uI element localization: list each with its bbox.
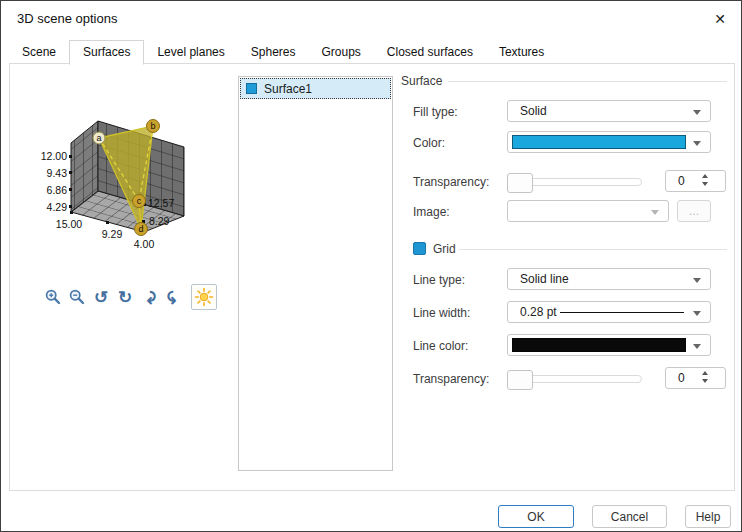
zoom-in-icon[interactable] xyxy=(43,286,63,308)
x-axis-label: 15.00 xyxy=(56,218,82,230)
ok-button[interactable]: OK xyxy=(498,505,574,528)
chevron-down-icon xyxy=(651,210,659,215)
tab-spheres[interactable]: Spheres xyxy=(238,41,309,63)
slider-handle[interactable] xyxy=(507,173,533,193)
surface-color-swatch xyxy=(512,135,686,149)
transparency-label: Transparency: xyxy=(413,175,489,189)
point-label-c: c xyxy=(137,196,142,206)
tab-level-planes[interactable]: Level planes xyxy=(144,41,237,63)
line-width-combobox[interactable]: 0.28 pt xyxy=(507,301,711,323)
point-label-b: b xyxy=(150,121,155,131)
spin-up-icon[interactable] xyxy=(702,174,708,178)
line-width-preview xyxy=(560,312,684,313)
rotate-forward-icon[interactable]: ↷ xyxy=(139,286,159,308)
line-color-label: Line color: xyxy=(413,339,468,353)
list-item-surface1[interactable]: Surface1 xyxy=(240,78,391,99)
point-label-a: a xyxy=(96,133,101,143)
fill-type-label: Fill type: xyxy=(413,105,458,119)
title-bar: 3D scene options ✕ xyxy=(1,1,741,39)
surface-group-title: Surface xyxy=(401,74,442,88)
grid-checkbox[interactable] xyxy=(413,242,426,255)
color-label: Color: xyxy=(413,136,445,150)
chevron-down-icon xyxy=(693,110,701,115)
chevron-down-icon xyxy=(693,141,701,146)
grid-transparency-slider xyxy=(507,370,667,390)
z-axis-label: 4.29 xyxy=(47,201,68,213)
surface-group-divider xyxy=(448,81,727,82)
tab-scene[interactable]: Scene xyxy=(9,41,69,63)
3d-preview[interactable]: 12.00 9.43 6.86 4.29 15.00 9.29 4.00 12.… xyxy=(29,99,234,267)
tab-closed-surfaces[interactable]: Closed surfaces xyxy=(374,41,486,63)
image-browse-button[interactable]: ... xyxy=(677,200,711,222)
image-label: Image: xyxy=(413,205,450,219)
zoom-out-icon[interactable] xyxy=(67,286,87,308)
y-axis-label: 12.57 xyxy=(148,197,174,209)
y-axis-label: 8.29 xyxy=(149,215,170,227)
line-width-label: Line width: xyxy=(413,306,470,320)
tab-surfaces[interactable]: Surfaces xyxy=(69,40,144,65)
chevron-down-icon xyxy=(693,311,701,316)
rotate-left-icon[interactable]: ↺ xyxy=(91,286,111,308)
surface-transparency-slider xyxy=(507,173,667,193)
slider-handle[interactable] xyxy=(507,370,533,390)
grid-transparency-spinbox[interactable]: 0 xyxy=(665,367,726,389)
color-combobox[interactable] xyxy=(507,131,711,153)
x-axis-label: 9.29 xyxy=(102,228,123,240)
line-type-label: Line type: xyxy=(413,273,465,287)
point-label-d: d xyxy=(138,224,143,234)
line-color-combobox[interactable] xyxy=(507,334,711,356)
image-combobox[interactable] xyxy=(507,200,669,222)
list-item-label: Surface1 xyxy=(257,82,312,96)
z-axis-label: 9.43 xyxy=(47,167,68,179)
tab-textures[interactable]: Textures xyxy=(486,41,557,63)
z-axis-label: 6.86 xyxy=(47,184,68,196)
cancel-button[interactable]: Cancel xyxy=(592,505,667,528)
fill-type-combobox[interactable]: Solid xyxy=(507,100,711,122)
grid-transparency-label: Transparency: xyxy=(413,372,489,386)
rotate-back-icon[interactable]: ↶ xyxy=(163,286,183,308)
spin-down-icon[interactable] xyxy=(702,379,708,383)
chevron-down-icon xyxy=(693,278,701,283)
dialog-title: 3D scene options xyxy=(17,11,117,26)
z-axis-label: 12.00 xyxy=(41,150,67,162)
x-axis-label: 4.00 xyxy=(134,238,155,250)
line-type-combobox[interactable]: Solid line xyxy=(507,268,711,290)
tab-groups[interactable]: Groups xyxy=(308,41,373,63)
rotate-right-icon[interactable]: ↻ xyxy=(115,286,135,308)
spin-up-icon[interactable] xyxy=(702,371,708,375)
preview-toolbar: ↺ ↻ ↷ ↶ xyxy=(43,284,217,310)
grid-group-title: Grid xyxy=(433,242,456,256)
spin-down-icon[interactable] xyxy=(702,182,708,186)
tab-bar: Scene Surfaces Level planes Spheres Grou… xyxy=(9,41,557,64)
grid-group-divider xyxy=(459,249,727,250)
light-toggle-button[interactable] xyxy=(191,284,217,310)
surface-color-square xyxy=(246,83,257,94)
close-icon[interactable]: ✕ xyxy=(709,9,731,29)
dialog-3d-scene-options: 3D scene options ✕ Scene Surfaces Level … xyxy=(0,0,742,532)
line-color-swatch xyxy=(512,338,686,352)
help-button[interactable]: Help xyxy=(685,505,731,528)
chevron-down-icon xyxy=(693,344,701,349)
sun-icon xyxy=(194,287,214,307)
surface-transparency-spinbox[interactable]: 0 xyxy=(665,170,726,192)
surfaces-listbox[interactable]: Surface1 xyxy=(238,76,393,471)
